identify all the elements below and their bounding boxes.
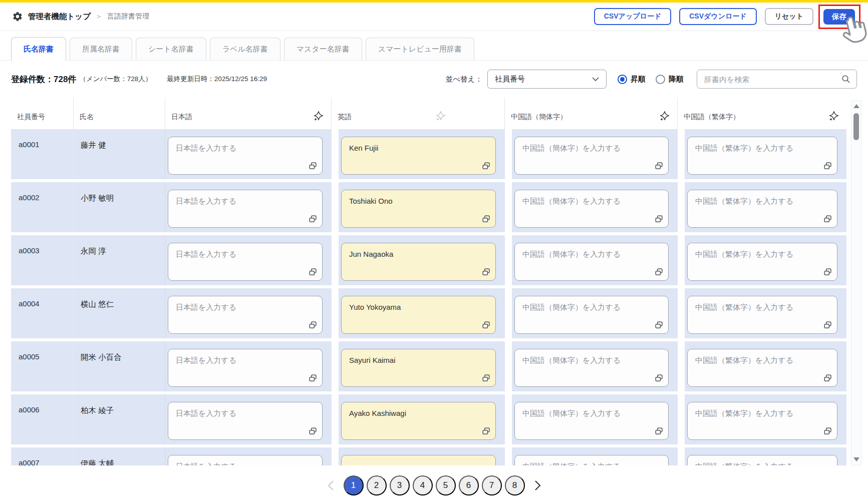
tab-master-dictionary[interactable]: マスター名辞書 <box>284 38 362 60</box>
expand-icon[interactable] <box>655 268 663 276</box>
csv-upload-button[interactable]: CSVアップロード <box>594 8 671 25</box>
expand-icon[interactable] <box>482 268 490 276</box>
zh-hans-input[interactable] <box>515 455 668 465</box>
en-input[interactable]: Jun Nagaoka <box>342 243 495 280</box>
sparkle-icon[interactable] <box>828 110 839 122</box>
page-button[interactable]: 5 <box>436 475 456 495</box>
expand-icon[interactable] <box>482 374 490 382</box>
csv-download-button[interactable]: CSVダウンロード <box>679 8 756 25</box>
page-button[interactable]: 2 <box>367 475 387 495</box>
page-button[interactable]: 4 <box>413 475 433 495</box>
zh-hans-input[interactable] <box>515 137 668 174</box>
ja-input[interactable] <box>168 402 322 439</box>
chevron-down-icon <box>592 77 599 82</box>
zh-hant-input[interactable] <box>688 455 837 465</box>
expand-icon[interactable] <box>823 374 832 382</box>
employee-name: 横山 悠仁 <box>74 288 165 338</box>
ja-input[interactable] <box>168 137 322 174</box>
tab-name-dictionary[interactable]: 氏名辞書 <box>11 37 66 61</box>
ja-input[interactable] <box>168 190 322 227</box>
page-button[interactable]: 6 <box>459 475 479 495</box>
expand-icon[interactable] <box>309 162 317 170</box>
employee-id: a0007 <box>11 447 74 465</box>
expand-icon[interactable] <box>482 427 490 435</box>
previous-page-button[interactable] <box>321 475 341 495</box>
zh-hant-input[interactable] <box>688 243 837 280</box>
page-button[interactable]: 1 <box>344 475 364 495</box>
scrollbar-thumb[interactable] <box>853 113 859 140</box>
page-button[interactable]: 8 <box>505 475 525 495</box>
expand-icon[interactable] <box>823 162 832 170</box>
ja-input[interactable] <box>168 455 322 465</box>
scroll-down-arrow[interactable] <box>853 457 859 461</box>
expand-icon[interactable] <box>655 321 663 329</box>
en-input[interactable]: Ken Fujii <box>342 137 495 174</box>
reset-button[interactable]: リセット <box>765 8 813 25</box>
save-button[interactable]: 保存 <box>823 9 855 25</box>
en-input[interactable]: Sayuri Kaimai <box>342 349 495 386</box>
page-button[interactable]: 7 <box>482 475 502 495</box>
zh-hant-input[interactable] <box>688 190 837 227</box>
table-body: a0001 藤井 健 Ken Fujii <box>11 129 846 465</box>
search-input[interactable] <box>704 75 841 84</box>
column-header-name: 氏名 <box>74 98 165 129</box>
table-scrollbar[interactable] <box>851 100 861 465</box>
page-button[interactable]: 3 <box>390 475 410 495</box>
expand-icon[interactable] <box>655 162 663 170</box>
member-count: （メンバー数：728人） <box>79 75 152 84</box>
expand-icon[interactable] <box>309 321 317 329</box>
zh-hans-input[interactable] <box>515 243 668 280</box>
scroll-up-arrow[interactable] <box>853 104 859 108</box>
breadcrumb-root-link[interactable]: 管理者機能トップ <box>28 12 91 22</box>
descending-radio[interactable]: 降順 <box>656 75 684 84</box>
table-row: a0001 藤井 健 Ken Fujii <box>11 129 846 179</box>
zh-hans-input[interactable] <box>515 402 668 439</box>
zh-hans-input[interactable] <box>515 190 668 227</box>
expand-icon[interactable] <box>823 268 832 276</box>
sort-select[interactable]: 社員番号 <box>487 70 607 89</box>
en-input[interactable]: Toshiaki Ono <box>342 190 495 227</box>
zh-hant-input[interactable] <box>688 349 837 386</box>
dictionary-table: 社員番号 氏名 日本語 英語 中国語（簡体字） 中国語（繁体字） a00 <box>11 98 846 465</box>
expand-icon[interactable] <box>655 427 663 435</box>
ja-input[interactable] <box>168 243 322 280</box>
tab-sheet-dictionary[interactable]: シート名辞書 <box>136 38 206 60</box>
expand-icon[interactable] <box>482 215 490 223</box>
zh-hant-input[interactable] <box>688 137 837 174</box>
tab-smart-review-dictionary[interactable]: スマートレビュー用辞書 <box>366 38 474 60</box>
ja-input[interactable] <box>168 349 322 386</box>
expand-icon[interactable] <box>309 427 317 435</box>
employee-name: 小野 敏明 <box>74 182 165 232</box>
sparkle-icon[interactable] <box>659 110 670 122</box>
expand-icon[interactable] <box>482 162 490 170</box>
expand-icon[interactable] <box>823 321 832 329</box>
descending-label: 降順 <box>669 75 684 84</box>
expand-icon[interactable] <box>823 215 832 223</box>
en-input[interactable] <box>342 455 495 465</box>
expand-icon[interactable] <box>655 374 663 382</box>
next-page-button[interactable] <box>528 475 548 495</box>
expand-icon[interactable] <box>655 215 663 223</box>
expand-icon[interactable] <box>309 268 317 276</box>
sparkle-icon[interactable] <box>313 110 324 122</box>
zh-hant-input[interactable] <box>688 402 837 439</box>
tab-department-dictionary[interactable]: 所属名辞書 <box>70 38 132 60</box>
ja-input[interactable] <box>168 296 322 333</box>
ascending-label: 昇順 <box>631 75 646 84</box>
expand-icon[interactable] <box>309 374 317 382</box>
chevron-left-icon <box>327 480 334 491</box>
ascending-radio[interactable]: 昇順 <box>618 75 646 84</box>
breadcrumb-separator: ＞ <box>96 12 102 21</box>
expand-icon[interactable] <box>823 427 832 435</box>
sparkle-icon[interactable] <box>435 110 446 122</box>
en-input[interactable]: Yuto Yokoyama <box>342 296 495 333</box>
tab-label-dictionary[interactable]: ラベル名辞書 <box>210 38 280 60</box>
last-updated: 最終更新日時：2025/12/25 16:29 <box>167 75 267 84</box>
zh-hans-input[interactable] <box>515 296 668 333</box>
expand-icon[interactable] <box>309 215 317 223</box>
expand-icon[interactable] <box>482 321 490 329</box>
zh-hant-input[interactable] <box>688 296 837 333</box>
en-input[interactable]: Ayako Kashiwagi <box>342 402 495 439</box>
zh-hans-input[interactable] <box>515 349 668 386</box>
save-button-area: 保存 <box>823 9 855 25</box>
